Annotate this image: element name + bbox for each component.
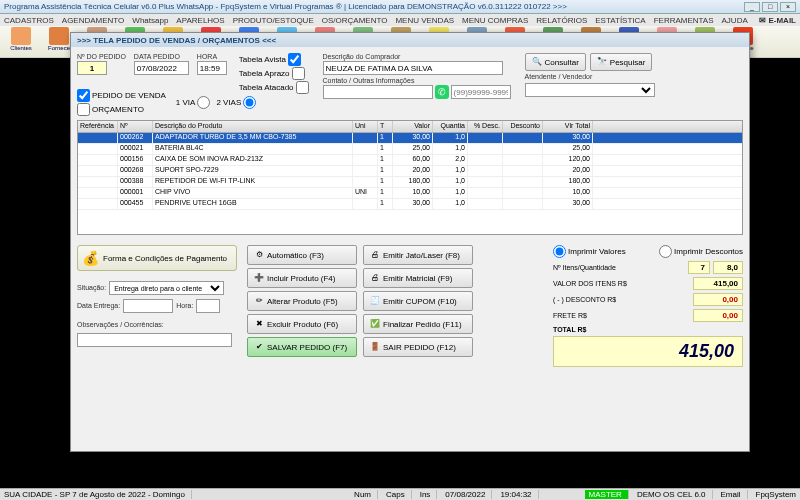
data-pedido-input[interactable] xyxy=(134,61,189,75)
status-master: MASTER xyxy=(585,490,629,499)
table-row[interactable]: 000156CAIXA DE SOM INOVA RAD-213Z160,002… xyxy=(78,155,742,166)
atendente-select[interactable] xyxy=(525,83,655,97)
table-row[interactable]: 000001CHIP VIVOUNI110,001,010,00 xyxy=(78,188,742,199)
itens-label: Nº Itens/Quantidade xyxy=(553,264,616,271)
maximize-button[interactable]: □ xyxy=(762,2,778,12)
grid-header-cell[interactable]: Descrição do Produto xyxy=(153,121,353,132)
status-date: 07/08/2022 xyxy=(445,490,492,499)
menu-aparelhos[interactable]: APARELHOS xyxy=(176,16,224,25)
orcamento-check[interactable]: ORÇAMENTO xyxy=(77,103,166,116)
menu-compras[interactable]: MENU COMPRAS xyxy=(462,16,528,25)
action-icon: ✅ xyxy=(370,319,380,329)
action-button[interactable]: 🖨Emitir Jato/Laser (F8) xyxy=(363,245,473,265)
grid-header-cell[interactable]: Uni xyxy=(353,121,378,132)
modal-title: >>> TELA PEDIDO DE VENDAS / ORÇAMENTOS <… xyxy=(71,33,749,47)
grid-header-cell[interactable]: Vlr Total xyxy=(543,121,593,132)
action-button[interactable]: ➕Incluir Produto (F4) xyxy=(247,268,357,288)
desconto-label: ( - ) DESCONTO R$ xyxy=(553,296,616,303)
menu-os[interactable]: OS/ORÇAMENTO xyxy=(322,16,388,25)
menu-whatsapp[interactable]: Whatsapp xyxy=(132,16,168,25)
menubar: CADASTROS AGENDAMENTO Whatsapp APARELHOS… xyxy=(0,14,800,26)
whatsapp-icon[interactable]: ✆ xyxy=(435,85,449,99)
window-title: Programa Assistência Técnica Celular v6.… xyxy=(4,2,567,11)
frete-label: FRETE R$ xyxy=(553,312,587,319)
tabela-aprazo-check[interactable]: Tabela Aprazo xyxy=(239,67,309,80)
imprimir-valores-radio[interactable]: Imprimir Valores xyxy=(553,245,626,258)
menu-vendas[interactable]: MENU VENDAS xyxy=(395,16,454,25)
valor-itens: 415,00 xyxy=(693,277,743,290)
action-icon: 🖨 xyxy=(370,273,380,283)
obs-label: Observações / Ocorrências: xyxy=(77,321,237,328)
pedido-venda-check[interactable]: PEDIDO DE VENDA xyxy=(77,89,166,102)
grid-header-cell[interactable]: T xyxy=(378,121,393,132)
hora-entrega-input[interactable] xyxy=(196,299,220,313)
action-button[interactable]: 🚪SAIR PEDIDO (F12) xyxy=(363,337,473,357)
frete-value: 0,00 xyxy=(693,309,743,322)
grid-header-cell[interactable]: % Desc. xyxy=(468,121,503,132)
grid-header-cell[interactable]: Referência xyxy=(78,121,118,132)
status-location: SUA CIDADE - SP 7 de Agosto de 2022 - Do… xyxy=(4,490,192,499)
situacao-select[interactable]: Entrega direto para o cliente xyxy=(109,281,224,295)
action-icon: 🧾 xyxy=(370,296,380,306)
menu-ajuda[interactable]: AJUDA xyxy=(722,16,748,25)
grid-header-cell[interactable]: Desconto xyxy=(503,121,543,132)
menu-produto[interactable]: PRODUTO/ESTOQUE xyxy=(233,16,314,25)
contato-input[interactable] xyxy=(323,85,433,99)
desconto-value: 0,00 xyxy=(693,293,743,306)
window-titlebar: Programa Assistência Técnica Celular v6.… xyxy=(0,0,800,14)
data-entrega-label: Data Entrega: xyxy=(77,302,120,309)
label-contato: Contato / Outras Informações xyxy=(323,77,511,84)
status-num: Num xyxy=(354,490,378,499)
menu-cadastros[interactable]: CADASTROS xyxy=(4,16,54,25)
action-button[interactable]: 🖨Emitir Matricial (F9) xyxy=(363,268,473,288)
label-comprador: Descrição do Comprador xyxy=(323,53,511,60)
vias2-radio[interactable]: 2 VIAS xyxy=(216,96,256,109)
toolbar-icon xyxy=(11,27,31,45)
products-grid[interactable]: ReferênciaNºDescrição do ProdutoUniTValo… xyxy=(77,120,743,235)
menu-estatistica[interactable]: ESTATÍSTICA xyxy=(595,16,645,25)
action-button[interactable]: ⚙Automático (F3) xyxy=(247,245,357,265)
toolbar-btn-0[interactable]: Clientes xyxy=(4,27,38,57)
status-ins: Ins xyxy=(420,490,438,499)
data-entrega-input[interactable] xyxy=(123,299,173,313)
table-row[interactable]: 000268SUPORT SPO-7229120,001,020,00 xyxy=(78,166,742,177)
situacao-label: Situação: xyxy=(77,284,106,291)
menu-ferramentas[interactable]: FERRAMENTAS xyxy=(654,16,714,25)
action-button[interactable]: ✅Finalizar Pedido (F11) xyxy=(363,314,473,334)
forma-pagamento-button[interactable]: 💰 Forma e Condições de Pagamento xyxy=(77,245,237,271)
search-icon: 🔍 xyxy=(532,57,542,67)
toolbar-label: Fornece xyxy=(48,45,70,51)
email-menu[interactable]: ✉ E-MAIL xyxy=(759,16,796,25)
table-row[interactable]: 000021BATERIA BL4C125,001,025,00 xyxy=(78,144,742,155)
action-button[interactable]: ✖Excluir Produto (F6) xyxy=(247,314,357,334)
obs-input[interactable] xyxy=(77,333,232,347)
action-button[interactable]: ✔SALVAR PEDIDO (F7) xyxy=(247,337,357,357)
grid-header-cell[interactable]: Nº xyxy=(118,121,153,132)
action-button[interactable]: ✏Alterar Produto (F5) xyxy=(247,291,357,311)
action-icon: ➕ xyxy=(254,273,264,283)
pedido-no-input[interactable] xyxy=(77,61,107,75)
menu-relatorios[interactable]: RELATÓRIOS xyxy=(536,16,587,25)
status-fpq: FpqSystem xyxy=(756,490,796,499)
grid-header-cell[interactable]: Quantia xyxy=(433,121,468,132)
table-row[interactable]: 000262ADAPTADOR TURBO DE 3,5 MM CBO-7385… xyxy=(78,133,742,144)
close-button[interactable]: × xyxy=(780,2,796,12)
menu-agendamento[interactable]: AGENDAMENTO xyxy=(62,16,125,25)
table-row[interactable]: 000388REPETIDOR DE WI-FI TP-LINK1180,001… xyxy=(78,177,742,188)
hora-input[interactable] xyxy=(197,61,227,75)
label-data-pedido: DATA PEDIDO xyxy=(134,53,189,60)
tabela-avista-check[interactable]: Tabela Avista xyxy=(239,53,309,66)
action-icon: ✖ xyxy=(254,319,264,329)
imprimir-descontos-radio[interactable]: Imprimir Descontos xyxy=(659,245,743,258)
phone-input[interactable] xyxy=(451,85,511,99)
total-label: TOTAL R$ xyxy=(553,326,586,333)
comprador-input[interactable] xyxy=(323,61,503,75)
table-row[interactable]: 000455PENDRIVE UTECH 16GB130,001,030,00 xyxy=(78,199,742,210)
via1-radio[interactable]: 1 VIA xyxy=(176,96,211,109)
action-button[interactable]: 🧾Emitir CUPOM (F10) xyxy=(363,291,473,311)
pesquisar-button[interactable]: 🔭Pesquisar xyxy=(590,53,653,71)
action-icon: ✏ xyxy=(254,296,264,306)
grid-header-cell[interactable]: Valor xyxy=(393,121,433,132)
minimize-button[interactable]: _ xyxy=(744,2,760,12)
consultar-button[interactable]: 🔍Consultar xyxy=(525,53,586,71)
